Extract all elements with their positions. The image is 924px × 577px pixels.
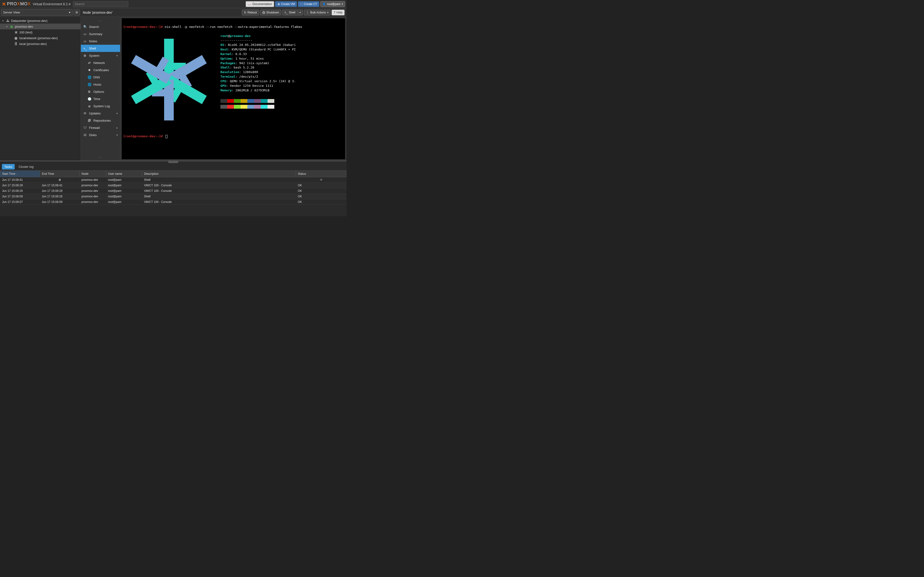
table-row[interactable]: Jun 17 15:08:41🖥proxmox-devroot@pamShell… [0, 177, 347, 183]
nav-time[interactable]: 🕓Time [81, 95, 120, 102]
note-icon: ▭ [83, 39, 87, 43]
shutdown-button[interactable]: ⏻Shutdown [260, 10, 281, 15]
gear-icon: ⚙ [87, 90, 91, 93]
table-row[interactable]: Jun 17 15:08:29Jun 17 15:08:41proxmox-de… [0, 183, 347, 188]
search-input[interactable]: Search [73, 1, 128, 7]
datacenter-icon: 🖧 [6, 19, 10, 23]
nav-summary[interactable]: ▭Summary [81, 30, 120, 37]
book-icon: ▭ [83, 32, 87, 36]
documentation-button[interactable]: 📖 Documentation [246, 1, 274, 7]
bottom-tabs: Tasks Cluster log [0, 163, 347, 171]
page-title: Node 'proxmox-dev' [83, 11, 113, 15]
list-icon: ≣ [87, 104, 91, 108]
network-icon: ▦ [14, 36, 18, 40]
nav-shell[interactable]: >_Shell [81, 45, 120, 52]
resource-tree: ▾ 🖧 Datacenter (proxmox-dev) ▾ ▣ proxmox… [0, 17, 81, 161]
table-row[interactable]: Jun 17 15:08:09Jun 17 15:08:26proxmox-de… [0, 194, 347, 199]
certificate-icon: ✸ [87, 68, 91, 72]
nav-notes[interactable]: ▭Notes [81, 37, 120, 45]
monitor-icon: 🖥 [42, 178, 78, 182]
col-description[interactable]: Description [142, 171, 296, 177]
user-icon: 👤 [322, 2, 326, 5]
col-end-time[interactable]: End Time [40, 171, 80, 177]
tree-node-vm[interactable]: 🖥 100 (test) [0, 29, 81, 35]
nav-updates[interactable]: ⟳Updates▾ [81, 110, 120, 117]
gears-icon: ⚙ [83, 54, 87, 58]
menu-icon: ⋮ [306, 11, 309, 14]
view-selector[interactable]: Server View ▾ [1, 10, 73, 16]
product-version: Virtual Environment 8.2.4 [33, 2, 71, 6]
chevron-down-icon: ▾ [342, 3, 343, 5]
col-status[interactable]: Status [296, 171, 347, 177]
content-header: Node 'proxmox-dev' ↻Reboot ⏻Shutdown >_S… [81, 8, 347, 17]
tab-tasks[interactable]: Tasks [2, 164, 15, 169]
col-username[interactable]: User name [106, 171, 142, 177]
shell-dropdown-button[interactable]: >_Shell▾ [282, 10, 303, 15]
book-icon: 📖 [248, 2, 251, 5]
tab-cluster-log[interactable]: Cluster log [16, 164, 36, 169]
scroll-down-icon[interactable]: ﹀ [81, 155, 120, 161]
server-online-icon: ▣ [10, 25, 13, 28]
monitor-icon: 🖥 [277, 3, 280, 5]
create-ct-button[interactable]: ⬚ Create CT [298, 1, 319, 7]
node-sidenav: ︿ 🔍Search ▭Summary ▭Notes >_Shell ⚙Syste… [81, 17, 120, 161]
storage-icon: 🗄 [14, 42, 18, 46]
help-button[interactable]: ?Help [331, 10, 344, 15]
sort-descending-icon: ↓ [16, 172, 18, 175]
nav-repositories[interactable]: 🗐Repositories [81, 117, 120, 124]
tree-node-network[interactable]: ▦ localnetwork (proxmox-dev) [0, 35, 81, 41]
cursor-icon [166, 135, 168, 138]
shield-icon: 🛡 [83, 126, 87, 130]
logo: ✕ PROXMOX Virtual Environment 8.2.4 [0, 1, 71, 7]
chevron-down-icon: ▾ [116, 54, 118, 57]
bulk-actions-button[interactable]: ⋮Bulk Actions▾ [304, 10, 330, 15]
view-settings-button[interactable]: ⚙ [74, 10, 80, 16]
nav-certificates[interactable]: ✸Certificates [81, 66, 120, 74]
disk-icon: ⛁ [83, 133, 87, 137]
nav-system[interactable]: ⚙System▾ [81, 52, 120, 59]
logo-x-icon: ✕ [2, 1, 6, 7]
table-row[interactable]: Jun 17 15:08:26Jun 17 15:08:28proxmox-de… [0, 188, 347, 194]
serverview-toolbar: Server View ▾ ⚙ [0, 8, 81, 17]
terminal-icon: >_ [83, 47, 87, 50]
tree-node-datacenter[interactable]: ▾ 🖧 Datacenter (proxmox-dev) [0, 18, 81, 24]
globe-icon: 🌐 [87, 76, 91, 79]
col-node[interactable]: Node [80, 171, 106, 177]
files-icon: 🗐 [87, 119, 91, 122]
tree-node-storage[interactable]: 🗄 local (proxmox-dev) [0, 41, 81, 47]
chevron-down-icon: ▾ [327, 11, 328, 14]
scroll-up-icon[interactable]: ︿ [81, 18, 120, 23]
globe-icon: 🌐 [87, 83, 91, 86]
collapse-icon[interactable]: ▾ [2, 19, 4, 22]
neofetch-logo [123, 29, 215, 130]
terminal-output[interactable]: [root@proxmox-dev:~]# nix-shell -p neofe… [122, 18, 345, 159]
power-icon: ⏻ [262, 11, 265, 14]
tasks-table: Start Time↓ End Time Node User name Desc… [0, 171, 347, 205]
terminal-panel: [root@proxmox-dev:~]# nix-shell -p neofe… [120, 17, 347, 161]
nav-firewall[interactable]: 🛡Firewall▸ [81, 124, 120, 131]
table-header-row: Start Time↓ End Time Node User name Desc… [0, 171, 347, 177]
nav-hosts[interactable]: 🌐Hosts [81, 81, 120, 88]
create-vm-button[interactable]: 🖥 Create VM [275, 1, 297, 7]
tree-node-host[interactable]: ▾ ▣ proxmox-dev [0, 24, 81, 29]
col-start-time[interactable]: Start Time↓ [0, 171, 40, 177]
user-menu-button[interactable]: 👤 root@pam ▾ [320, 1, 345, 7]
resize-handle[interactable] [0, 161, 347, 163]
reboot-button[interactable]: ↻Reboot [242, 10, 259, 15]
terminal-icon: >_ [284, 11, 288, 14]
nav-dns[interactable]: 🌐DNS [81, 74, 120, 81]
chevron-down-icon: ▾ [116, 134, 118, 136]
nav-disks[interactable]: ⛁Disks▾ [81, 131, 120, 139]
clock-icon: 🕓 [87, 97, 91, 101]
neofetch-info: root@proxmox-dev ----------------- OS: N… [220, 29, 296, 130]
collapse-icon[interactable]: ▾ [5, 25, 8, 28]
reboot-icon: ↻ [244, 11, 246, 14]
table-row[interactable]: Jun 17 15:08:07Jun 17 15:08:09proxmox-de… [0, 199, 347, 205]
nav-network[interactable]: ⇄Network [81, 59, 120, 66]
topbar: ✕ PROXMOX Virtual Environment 8.2.4 Sear… [0, 0, 347, 8]
exchange-icon: ⇄ [87, 61, 91, 64]
nav-syslog[interactable]: ≣System Log [81, 102, 120, 110]
nav-search[interactable]: 🔍Search [81, 23, 120, 30]
search-icon: 🔍 [83, 25, 87, 29]
nav-options[interactable]: ⚙Options [81, 88, 120, 95]
